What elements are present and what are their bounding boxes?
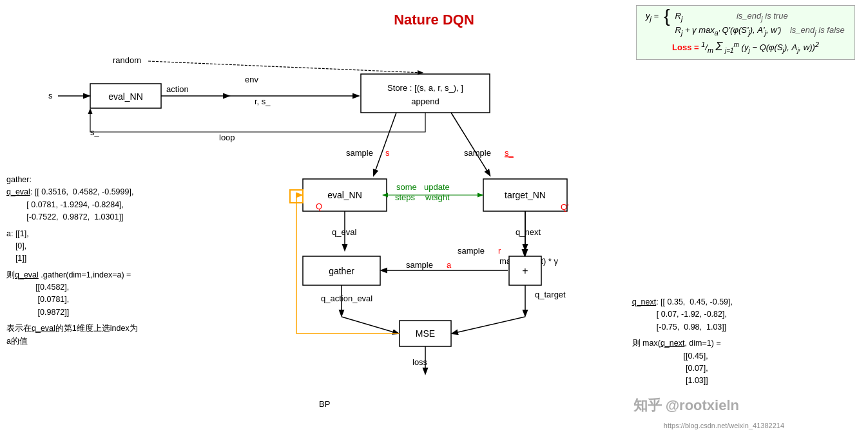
- svg-text:loop: loop: [219, 133, 235, 142]
- svg-rect-2: [361, 74, 490, 113]
- svg-line-18: [374, 113, 396, 175]
- svg-text:loss: loss: [412, 357, 428, 367]
- left-annotations: gather: q_eval: [[ 0.3516, 0.4582, -0.59…: [6, 174, 138, 348]
- svg-rect-41: [509, 256, 541, 285]
- svg-text:s: s: [385, 148, 390, 158]
- svg-text:gather: gather: [329, 266, 354, 276]
- watermark2: https://blog.csdn.net/weixin_41382214: [664, 422, 784, 429]
- svg-text:BP: BP: [319, 399, 330, 409]
- svg-line-57: [342, 317, 398, 333]
- svg-text:steps: steps: [395, 192, 416, 202]
- svg-text:env: env: [245, 75, 258, 84]
- svg-text:q_next: q_next: [516, 227, 541, 237]
- svg-text:+: +: [522, 265, 528, 276]
- svg-text:Store : [(s, a, r, s_), ]: Store : [(s, a, r, s_), ]: [387, 83, 463, 93]
- svg-text:some: some: [396, 182, 417, 192]
- svg-text:s: s: [48, 91, 53, 100]
- svg-text:q_eval: q_eval: [332, 227, 356, 237]
- svg-text:random: random: [113, 55, 141, 65]
- gather-label: gather:: [6, 175, 32, 184]
- watermark: 知乎 @rootxieln: [633, 396, 739, 415]
- svg-text:eval_NN: eval_NN: [108, 91, 143, 102]
- svg-text:eval_NN: eval_NN: [327, 190, 362, 200]
- svg-text:action: action: [166, 84, 189, 94]
- right-annotations: q_next: [[ 0.35, 0.45, -0.59], [ 0.07, -…: [632, 296, 733, 388]
- svg-rect-55: [400, 321, 451, 346]
- svg-text:Q': Q': [561, 202, 569, 212]
- svg-text:update: update: [424, 182, 450, 192]
- svg-line-58: [452, 317, 525, 333]
- svg-rect-25: [483, 179, 567, 211]
- svg-text:MSE: MSE: [416, 328, 435, 339]
- svg-text:a: a: [447, 260, 452, 270]
- svg-line-13: [148, 61, 422, 73]
- q-next-label: q_next: [632, 297, 657, 306]
- svg-rect-22: [303, 179, 387, 211]
- svg-text:sample: sample: [406, 260, 433, 270]
- svg-text:append: append: [411, 97, 439, 106]
- q-eval-label: q_eval: [6, 187, 30, 196]
- svg-text:weight: weight: [425, 192, 450, 202]
- svg-rect-33: [290, 190, 303, 203]
- svg-text:sample: sample: [346, 148, 373, 158]
- svg-text:sample: sample: [464, 148, 491, 158]
- svg-text:q_action_eval: q_action_eval: [321, 294, 372, 303]
- formula-box: yj = { Rj is_endj is true Rj + γ maxa' Q…: [636, 5, 855, 60]
- svg-text:s_: s_: [90, 127, 100, 137]
- svg-line-21: [451, 113, 490, 175]
- svg-text:r: r: [498, 246, 501, 256]
- svg-text:r, s_: r, s_: [255, 97, 271, 106]
- svg-text:Q: Q: [316, 202, 322, 211]
- svg-rect-39: [303, 256, 380, 285]
- svg-text:target_NN: target_NN: [505, 190, 546, 200]
- svg-text:max(q_next) * γ: max(q_next) * γ: [499, 256, 559, 266]
- svg-text:s_: s_: [505, 148, 514, 158]
- svg-rect-0: [90, 84, 161, 108]
- svg-text:sample: sample: [458, 246, 485, 256]
- svg-text:q_target: q_target: [535, 290, 566, 299]
